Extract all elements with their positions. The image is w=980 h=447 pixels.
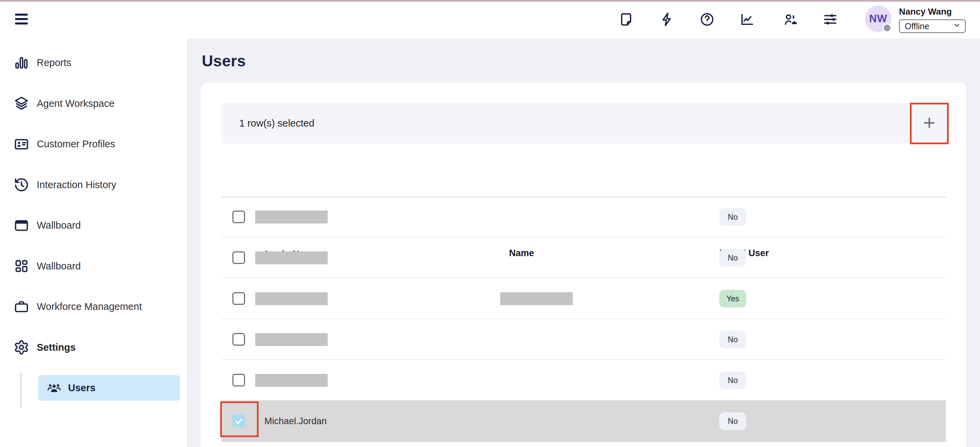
table-row[interactable]: Yes (221, 278, 946, 319)
redacted-login-name (255, 292, 328, 305)
users-icon (47, 381, 61, 395)
table-row[interactable]: No (221, 237, 946, 278)
preferences-icon (822, 11, 838, 27)
row-checkbox[interactable] (232, 292, 245, 305)
table-row[interactable]: Michael.JordanNo (221, 401, 946, 442)
analytics-icon (740, 11, 755, 27)
app-root: NW Nancy Wang Offline ReportsAgent Works… (0, 0, 980, 447)
sidebar-item-wallboard-2[interactable]: Wallboard (0, 246, 187, 287)
sidebar-item-settings[interactable]: Settings (0, 327, 187, 368)
lightning-icon-button[interactable] (659, 11, 675, 27)
table-row[interactable]: No (221, 319, 946, 360)
bar-chart-icon-wrap (14, 55, 29, 71)
row-checkbox[interactable] (232, 374, 245, 387)
contacts-icon (783, 11, 798, 27)
status-dot (883, 24, 891, 32)
redacted-login-name (255, 333, 328, 346)
selection-bar: 1 row(s) selected (221, 103, 946, 143)
neon-user-badge: No (719, 412, 746, 430)
notes-icon-button[interactable] (618, 11, 634, 27)
sidebar-item-agent-workspace-label: Agent Workspace (37, 98, 115, 109)
sidebar-item-interaction-history-label: Interaction History (37, 179, 116, 191)
sidebar-nav: ReportsAgent WorkspaceCustomer ProfilesI… (0, 43, 187, 368)
sidebar-item-workforce-management[interactable]: Workforce Management (0, 286, 187, 327)
gear-icon (14, 339, 29, 355)
login-name-cell: Michael.Jordan (264, 401, 327, 442)
status-select-value: Offline (905, 21, 929, 31)
user-name: Nancy Wang (899, 6, 952, 17)
status-select[interactable]: Offline (899, 19, 966, 33)
preferences-icon-button[interactable] (822, 11, 838, 27)
redacted-login-name (255, 374, 328, 387)
submenu-rail (21, 373, 22, 408)
sidebar-item-customer-profiles[interactable]: Customer Profiles (0, 124, 187, 165)
layers-icon (14, 95, 29, 111)
topbar-icon-nav (0, 2, 980, 38)
selection-count-text: 1 row(s) selected (239, 118, 314, 129)
row-checkbox[interactable] (232, 251, 245, 264)
users-card: 1 row(s) selected + Login Name↑ Name NEO… (201, 83, 966, 447)
table-row[interactable]: No (221, 197, 946, 237)
table-row[interactable]: No (221, 360, 946, 401)
lightning-icon (659, 11, 675, 27)
window-icon-wrap (14, 218, 29, 233)
neon-user-badge: No (719, 208, 746, 226)
history-icon-wrap (14, 177, 29, 192)
sidebar-item-wallboard-label: Wallboard (37, 220, 81, 231)
avatar[interactable]: NW (865, 5, 891, 32)
row-checkbox-checked[interactable] (232, 415, 245, 427)
row-checkbox[interactable] (232, 211, 245, 223)
plus-icon: + (923, 112, 935, 133)
help-icon-button[interactable] (699, 11, 715, 27)
analytics-icon-button[interactable] (740, 11, 755, 27)
neon-user-badge: No (719, 331, 746, 348)
briefcase-icon-wrap (14, 299, 29, 315)
help-icon (699, 11, 715, 27)
sidebar-item-workforce-management-label: Workforce Management (37, 301, 142, 312)
page-title: Users (202, 51, 246, 70)
chevron-down-icon (953, 21, 961, 31)
sidebar-item-reports-label: Reports (37, 57, 72, 68)
neon-user-badge: No (719, 249, 746, 267)
avatar-initials: NW (869, 13, 888, 25)
sidebar-item-wallboard-2-label: Wallboard (37, 261, 81, 272)
sidebar-item-interaction-history[interactable]: Interaction History (0, 165, 187, 205)
redacted-login-name (255, 211, 328, 224)
sidebar-item-agent-workspace[interactable]: Agent Workspace (0, 83, 187, 124)
window-icon (14, 218, 29, 233)
add-user-button[interactable]: + (910, 103, 949, 144)
gear-icon-wrap (14, 339, 29, 355)
check-icon (234, 416, 244, 426)
history-icon (14, 177, 29, 192)
row-checkbox[interactable] (232, 333, 245, 346)
users-icon (47, 381, 61, 395)
briefcase-icon (14, 299, 29, 315)
neon-user-badge: Yes (719, 290, 746, 307)
neon-user-badge: No (719, 371, 746, 389)
main-content: Users 1 row(s) selected + Login Name↑ Na… (188, 38, 980, 447)
sidebar-item-customer-profiles-label: Customer Profiles (37, 138, 115, 150)
bar-chart-icon (14, 55, 29, 71)
sidebar-item-settings-label: Settings (37, 342, 76, 353)
sidebar: ReportsAgent WorkspaceCustomer ProfilesI… (0, 38, 188, 447)
contacts-icon-button[interactable] (783, 11, 798, 27)
id-card-icon (14, 137, 29, 152)
sidebar-item-users-label: Users (68, 382, 95, 394)
notes-icon (618, 11, 634, 27)
top-bar: NW Nancy Wang Offline (0, 2, 980, 38)
redacted-login-name (255, 251, 328, 264)
dashboard-icon (14, 258, 29, 274)
redacted-name (500, 292, 573, 305)
id-card-icon-wrap (14, 137, 29, 152)
dashboard-icon-wrap (14, 258, 29, 274)
sidebar-item-wallboard[interactable]: Wallboard (0, 205, 187, 246)
sidebar-item-users[interactable]: Users (38, 375, 180, 401)
sidebar-item-reports[interactable]: Reports (0, 43, 187, 83)
layers-icon-wrap (14, 95, 29, 111)
